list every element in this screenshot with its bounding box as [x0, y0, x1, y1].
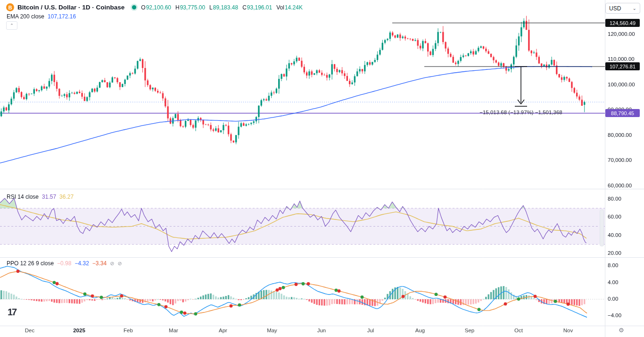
ppo-tick-label: −4.00	[608, 312, 621, 318]
hide-icon[interactable]: ⊘	[110, 261, 114, 267]
rsi-ma-value: 36.27	[59, 194, 74, 200]
ppo-tick-label: 4.00	[608, 279, 618, 285]
rsi-tick-label: 40.00	[608, 232, 621, 238]
rsi-tick-label: 20.00	[608, 250, 621, 256]
rsi-tick-label: 80.00	[608, 196, 621, 202]
currency-dropdown[interactable]: USD ⌄	[605, 3, 640, 14]
month-label[interactable]: Dec	[25, 328, 34, 333]
bitcoin-icon: B	[6, 3, 14, 11]
rsi-value: 31.57	[42, 194, 56, 200]
currency-value: USD	[609, 5, 621, 12]
ema-legend[interactable]: EMA 200 close 107,172.16	[7, 13, 76, 20]
open-value: O92,100.60	[141, 4, 171, 11]
symbol-title[interactable]: Bitcoin / U.S. Dollar · 1D · Coinbase	[17, 4, 124, 11]
close-value: C93,196.01	[242, 4, 272, 11]
month-label[interactable]: Sep	[465, 328, 474, 333]
ppo-tick-label: 0.00	[608, 296, 618, 302]
price-tick-label: 80,000.00	[608, 132, 632, 138]
month-label[interactable]: Oct	[514, 328, 523, 333]
month-label[interactable]: Jul	[367, 328, 374, 333]
month-label[interactable]: Nov	[563, 328, 573, 333]
ppo-hist-value: −0.98	[57, 260, 71, 267]
low-value: L89,183.48	[209, 4, 238, 11]
ppo-label: PPO 12 26 9 close	[7, 260, 54, 267]
collapse-legend-button[interactable]: ⌃	[6, 21, 17, 30]
price-tick-label: 120,000.00	[608, 31, 635, 37]
chart-page: B Bitcoin / U.S. Dollar · 1D · Coinbase …	[0, 0, 644, 337]
purple-level-price-label: 88,790.45	[605, 109, 640, 117]
month-label[interactable]: May	[267, 328, 277, 333]
chevron-up-icon: ⌃	[10, 24, 14, 28]
ema-value: 107,172.16	[48, 13, 76, 20]
month-label[interactable]: Feb	[124, 328, 133, 333]
month-label[interactable]: Jun	[317, 328, 326, 333]
resistance-price-label: 124,560.49	[605, 19, 640, 27]
rsi-label: RSI 14 close	[7, 194, 39, 200]
chevron-down-icon: ⌄	[633, 6, 636, 11]
volume-value: Vol14.24K	[276, 4, 303, 11]
ohlc-values: O92,100.60 H93,775.00 L89,183.48 C93,196…	[141, 4, 303, 11]
rsi-tick-label: 60.00	[608, 214, 621, 219]
gear-icon[interactable]: ⚙	[619, 327, 624, 334]
ppo-legend[interactable]: PPO 12 26 9 close −0.98 −4.32 −3.34 ⊘ ⊘	[7, 260, 122, 267]
high-value: H93,775.00	[175, 4, 205, 11]
month-label[interactable]: Apr	[219, 328, 227, 333]
support-price-label: 107,276.81	[605, 62, 640, 70]
ppo-tick-label: 8.00	[608, 262, 618, 268]
rsi-legend[interactable]: RSI 14 close 31.57 36.27	[7, 194, 74, 200]
ema-label: EMA 200 close	[7, 13, 44, 20]
price-tick-label: 70,000.00	[608, 157, 632, 163]
month-label[interactable]: Aug	[415, 328, 425, 333]
symbol-header: B Bitcoin / U.S. Dollar · 1D · Coinbase …	[6, 3, 303, 11]
price-chart-canvas[interactable]	[0, 0, 644, 337]
price-tick-label: 110,000.00	[608, 56, 635, 62]
price-tick-label: 60,000.00	[608, 183, 632, 188]
price-tick-label: 100,000.00	[608, 82, 635, 87]
axis-scrollbar[interactable]	[600, 210, 604, 246]
month-label[interactable]: 2025	[73, 328, 85, 333]
hide-icon[interactable]: ⊘	[117, 261, 122, 267]
measure-annotation[interactable]: −15,013.68 (−13.97%) −1,501,368	[479, 110, 562, 115]
month-label[interactable]: Mar	[169, 328, 178, 333]
tradingview-logo-icon[interactable]: 17	[8, 307, 16, 318]
ppo-signal-value: −3.34	[92, 260, 107, 267]
ppo-line-value: −4.32	[74, 260, 89, 267]
market-status-icon[interactable]	[132, 5, 136, 9]
